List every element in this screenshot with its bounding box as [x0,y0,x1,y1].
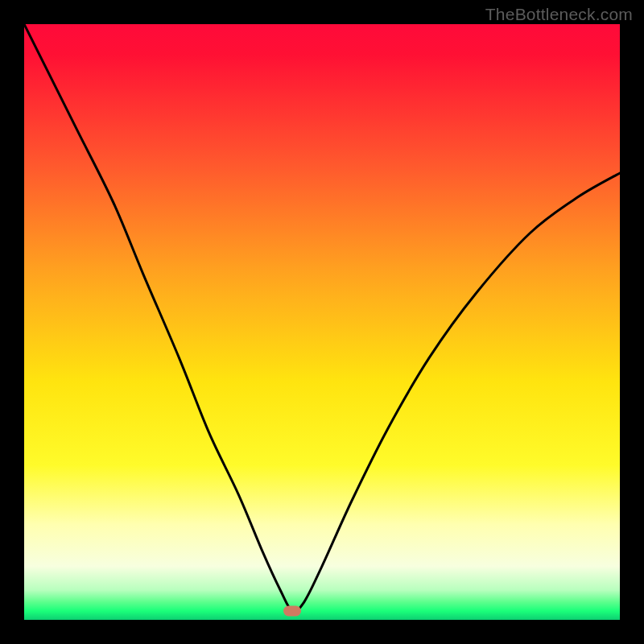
chart-frame: TheBottleneck.com [0,0,644,644]
minimum-marker [283,605,301,616]
bottleneck-curve [24,24,620,620]
watermark-text: TheBottleneck.com [485,5,633,24]
plot-area [24,24,620,620]
